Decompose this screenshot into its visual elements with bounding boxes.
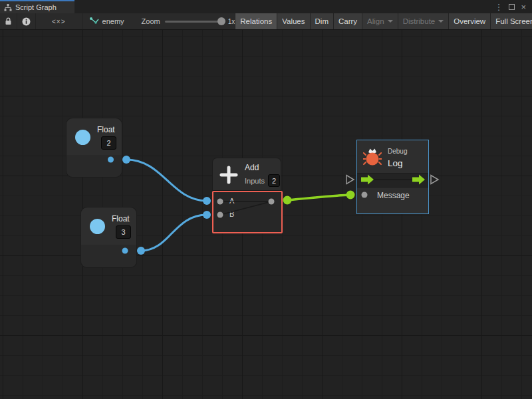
window-menu-icon[interactable]: ⋮ [494, 2, 503, 12]
node-title: Float [97, 125, 115, 134]
lock-icon [5, 17, 12, 25]
float-value-dot [90, 219, 105, 234]
carry-button[interactable]: Carry [333, 13, 362, 29]
info-icon [22, 17, 31, 26]
align-dropdown[interactable]: Align [362, 13, 398, 29]
float-value-dot [75, 130, 90, 145]
graph-name-label: enemy [102, 17, 124, 25]
float-node-1[interactable]: Float 2 [66, 118, 122, 177]
full-screen-button[interactable]: Full Screen [490, 13, 532, 29]
add-input-a-port[interactable] [217, 199, 223, 205]
title-bar: Script Graph ⋮ × [0, 0, 532, 13]
bug-icon [363, 146, 382, 166]
graph-asset-icon [89, 17, 99, 25]
zoom-value: 1x [228, 18, 235, 25]
wire-float1-to-add-a[interactable] [126, 160, 207, 201]
zoom-label: Zoom [142, 17, 160, 25]
wire-float2-to-add-b[interactable] [141, 215, 207, 251]
graph-reference[interactable]: enemy [82, 13, 131, 29]
tab-title: Script Graph [15, 3, 57, 11]
distribute-dropdown[interactable]: Distribute [398, 13, 449, 29]
add-node-ports[interactable]: A B [212, 191, 283, 233]
add-output-port[interactable] [269, 199, 275, 205]
chevron-down-icon [388, 20, 393, 23]
inputs-label: Inputs [245, 177, 265, 185]
node-title: Float [112, 214, 130, 223]
float2-output-port[interactable] [122, 248, 128, 254]
script-graph-icon [4, 4, 12, 11]
float-value-input[interactable]: 3 [116, 225, 131, 239]
float-value-input[interactable]: 2 [101, 136, 116, 150]
float1-output-port[interactable] [108, 157, 114, 163]
values-button[interactable]: Values [277, 13, 309, 29]
debug-log-node[interactable]: Debug Log Message [356, 140, 429, 214]
code-toggle-button[interactable]: <×> [36, 13, 82, 29]
zoom-slider[interactable] [165, 21, 223, 23]
port-a-label: A [229, 197, 234, 205]
plus-icon [219, 166, 238, 184]
chevron-down-icon [438, 20, 444, 23]
tab-script-graph[interactable]: Script Graph [0, 0, 74, 13]
add-node-header[interactable]: Add Inputs 2 [213, 158, 281, 190]
wire-add-to-debug-message[interactable] [287, 195, 350, 200]
zoom-slider-handle[interactable] [217, 17, 225, 25]
dim-button[interactable]: Dim [310, 13, 333, 29]
inputs-count-input[interactable]: 2 [268, 174, 280, 187]
add-input-b-port[interactable] [217, 212, 223, 218]
port-b-label: B [229, 210, 234, 218]
graph-toolbar: <×> enemy Zoom 1x Relations Values Dim C… [0, 13, 532, 30]
flow-in-triangle-icon[interactable] [346, 176, 354, 184]
close-icon[interactable]: × [521, 2, 526, 12]
relations-button[interactable]: Relations [235, 13, 277, 29]
toolbar-button-group: Relations Values Dim Carry Align Distrib… [235, 13, 532, 29]
message-port-label: Message [377, 191, 410, 200]
lock-button[interactable] [0, 13, 17, 29]
node-title: Log [388, 158, 403, 168]
flow-out-triangle-icon[interactable] [431, 176, 438, 184]
node-category: Debug [388, 148, 407, 155]
debug-message-port[interactable] [362, 192, 368, 198]
graph-canvas[interactable]: Float 2 Float 3 Add Inputs 2 A B [0, 30, 532, 399]
node-title: Add [245, 163, 259, 172]
info-button[interactable] [17, 13, 36, 29]
maximize-icon[interactable] [509, 4, 515, 10]
overview-button[interactable]: Overview [448, 13, 490, 29]
float-node-2[interactable]: Float 3 [81, 207, 136, 267]
